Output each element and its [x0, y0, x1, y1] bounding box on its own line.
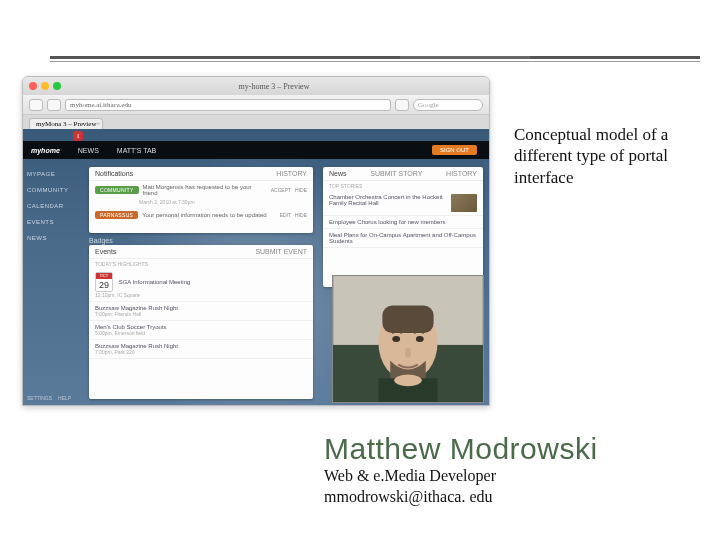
event-row[interactable]: Buzzsaw Magazine Rush Night7:00pm, Frien… — [89, 302, 313, 321]
panel-title: Events — [95, 248, 116, 255]
back-button[interactable] — [29, 99, 43, 111]
accept-link[interactable]: ACCEPT — [271, 187, 291, 193]
author-role: Web & e.Media Developer — [324, 466, 598, 487]
notification-row: PARNASSUS Your personal information need… — [89, 208, 313, 222]
browser-tab[interactable]: myMona 3 – Preview× — [29, 118, 103, 129]
event-row[interactable]: OCT29 SGA Informational Meeting12:10pm, … — [89, 269, 313, 302]
settings-link[interactable]: SETTINGS — [27, 395, 52, 401]
svg-point-4 — [392, 336, 400, 342]
category-tag: COMMUNITY — [95, 186, 139, 194]
notification-text: Your personal information needs to be up… — [142, 212, 275, 218]
news-item[interactable]: Employee Chorus looking for new members — [323, 216, 483, 229]
sidebar-item[interactable]: EVENTS — [27, 219, 79, 225]
notification-badge: 1 — [73, 131, 83, 141]
search-input[interactable]: Google — [413, 99, 483, 111]
news-thumb — [451, 194, 477, 212]
decorative-rule — [50, 56, 700, 62]
zoom-icon[interactable] — [53, 82, 61, 90]
author-photo — [332, 275, 484, 403]
minimize-icon[interactable] — [41, 82, 49, 90]
submit-link[interactable]: SUBMIT STORY — [370, 170, 422, 177]
event-row[interactable]: Men's Club Soccer Tryouts5:00pm, Emerson… — [89, 321, 313, 340]
author-email: mmodrowski@ithaca. edu — [324, 487, 598, 508]
event-row[interactable]: Buzzsaw Magazine Rush Night7:00pm, Park … — [89, 340, 313, 359]
hide-link[interactable]: HIDE — [295, 187, 307, 193]
edit-link[interactable]: EDIT — [280, 212, 291, 218]
close-tab-icon[interactable]: × — [97, 120, 101, 128]
history-link[interactable]: HISTORY — [276, 170, 307, 177]
nav-item[interactable]: MATT'S TAB — [117, 147, 156, 154]
nav-item[interactable]: NEWS — [78, 147, 99, 154]
top-nav: myhome NEWS MATT'S TAB SIGN OUT — [23, 141, 489, 159]
close-icon[interactable] — [29, 82, 37, 90]
news-item[interactable]: Meal Plans for On-Campus Apartment and O… — [323, 229, 483, 248]
category-tag: PARNASSUS — [95, 211, 138, 219]
left-nav: MYPAGE COMMUNITY CALENDAR EVENTS NEWS — [23, 165, 83, 247]
badges-label: Badges — [89, 237, 113, 244]
calendar-icon: OCT29 — [95, 272, 113, 292]
section-label: TOP STORIES — [323, 181, 483, 191]
browser-toolbar: myhome.ai.ithaca.edu Google — [23, 95, 489, 115]
notification-text: Matt Morgensis has requested to be your … — [143, 184, 267, 196]
svg-point-8 — [394, 374, 422, 386]
sidebar-item[interactable]: MYPAGE — [27, 171, 79, 177]
address-bar[interactable]: myhome.ai.ithaca.edu — [65, 99, 391, 111]
sidebar-item[interactable]: CALENDAR — [27, 203, 79, 209]
events-panel: EventsSUBMIT EVENT TODAY'S HIGHLIGHTS OC… — [89, 245, 313, 399]
notification-meta: March 2, 2010 at 7:30pm — [139, 199, 195, 205]
signout-button[interactable]: SIGN OUT — [432, 145, 477, 155]
svg-point-6 — [405, 348, 411, 358]
hide-link[interactable]: HIDE — [295, 212, 307, 218]
panel-title: News — [329, 170, 347, 177]
window-titlebar: my-home 3 – Preview — [23, 77, 489, 95]
help-link[interactable]: HELP — [58, 395, 71, 401]
svg-point-5 — [416, 336, 424, 342]
notifications-panel: NotificationsHISTORY COMMUNITY Matt Morg… — [89, 167, 313, 233]
section-label: TODAY'S HIGHLIGHTS — [89, 259, 313, 269]
author-block: Matthew Modrowski Web & e.Media Develope… — [324, 432, 598, 508]
notification-row: COMMUNITY Matt Morgensis has requested t… — [89, 181, 313, 199]
tab-bar: myMona 3 – Preview× — [23, 115, 489, 129]
reload-button[interactable] — [395, 99, 409, 111]
submit-link[interactable]: SUBMIT EVENT — [255, 248, 307, 255]
bottom-links: SETTINGS HELP — [27, 395, 71, 401]
brand-logo[interactable]: myhome — [31, 147, 60, 154]
forward-button[interactable] — [47, 99, 61, 111]
window-title: my-home 3 – Preview — [65, 82, 483, 91]
author-name: Matthew Modrowski — [324, 432, 598, 466]
sidebar-item[interactable]: COMMUNITY — [27, 187, 79, 193]
panel-title: Notifications — [95, 170, 133, 177]
history-link[interactable]: HISTORY — [446, 170, 477, 177]
sidebar-item[interactable]: NEWS — [27, 235, 79, 241]
news-item[interactable]: Chamber Orchestra Concert in the Hockett… — [323, 191, 483, 216]
slide-caption: Conceptual model of a different type of … — [514, 124, 704, 188]
news-panel: NewsSUBMIT STORYHISTORY TOP STORIES Cham… — [323, 167, 483, 287]
svg-rect-3 — [382, 306, 433, 334]
